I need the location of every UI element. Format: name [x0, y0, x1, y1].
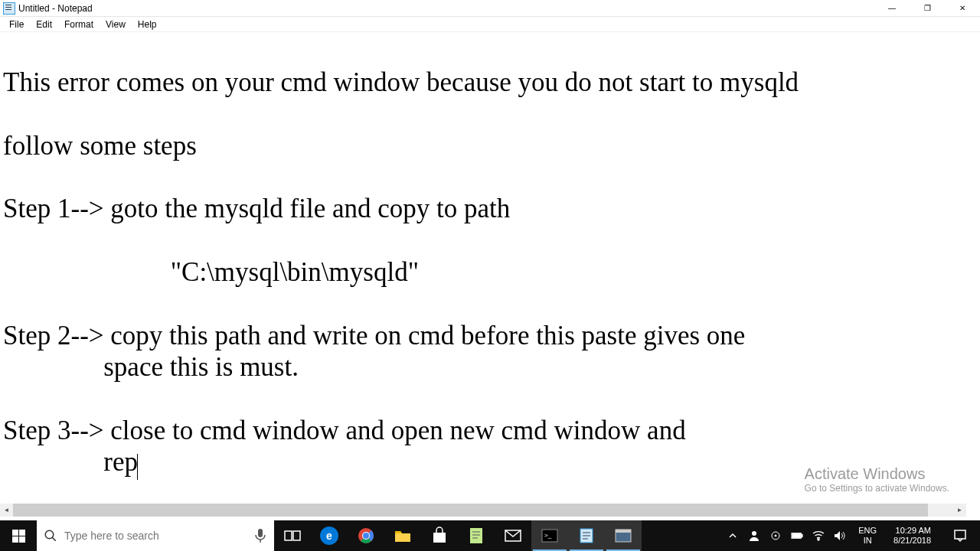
scroll-right-arrow[interactable]: ►: [953, 504, 966, 517]
search-input[interactable]: [64, 530, 247, 542]
window-buttons: — ❐ ✕: [874, 0, 980, 17]
notepad-app-icon: [3, 2, 15, 15]
clock-time: 10:29 AM: [893, 526, 931, 536]
battery-icon[interactable]: [791, 530, 803, 542]
tray-chevron-icon[interactable]: [727, 530, 739, 542]
svg-text:>_: >_: [544, 532, 552, 539]
chrome-icon: [357, 527, 375, 545]
line-4: "C:\mysql\bin\mysqld": [3, 257, 419, 287]
mail-icon[interactable]: [495, 520, 531, 551]
clock-date: 8/21/2018: [893, 536, 931, 546]
system-tray: ENG IN 10:29 AM 8/21/2018: [727, 520, 980, 551]
svg-rect-4: [285, 531, 292, 540]
text-caret: [137, 454, 138, 480]
notifications-icon[interactable]: [945, 529, 975, 543]
wifi-icon[interactable]: [812, 530, 825, 542]
store-icon[interactable]: [421, 520, 458, 551]
svg-rect-23: [616, 530, 631, 533]
taskbar-search[interactable]: [37, 520, 274, 551]
svg-point-10: [363, 533, 369, 539]
menu-bar: File Edit Format View Help: [0, 17, 980, 32]
window-title: Untitled - Notepad: [18, 3, 874, 14]
line-2: follow some steps: [3, 131, 197, 161]
taskbar-spacer: [642, 520, 727, 551]
lang-region: IN: [858, 536, 877, 546]
menu-file[interactable]: File: [3, 18, 30, 31]
clock[interactable]: 10:29 AM 8/21/2018: [889, 526, 936, 546]
cmd-icon[interactable]: >_: [531, 520, 568, 551]
svg-rect-11: [470, 528, 482, 543]
chrome-browser-icon[interactable]: [348, 520, 384, 551]
task-view-icon[interactable]: [274, 520, 311, 551]
edge-browser-icon[interactable]: e: [311, 520, 348, 551]
menu-edit[interactable]: Edit: [30, 18, 58, 31]
svg-point-26: [775, 535, 776, 536]
note-icon: [467, 527, 485, 545]
svg-line-1: [52, 537, 56, 541]
notepad-taskbar-icon[interactable]: [568, 520, 605, 551]
line-1: This error comes on your cmd window beca…: [3, 67, 799, 97]
svg-point-30: [818, 539, 819, 540]
close-button[interactable]: ✕: [945, 0, 980, 17]
windows-logo-icon: [12, 530, 25, 543]
text-content[interactable]: This error comes on your cmd window beca…: [0, 32, 980, 517]
notepad-icon: [577, 527, 596, 545]
line-3: Step 1--> goto the mysqld file and copy …: [3, 194, 510, 223]
shopping-bag-icon: [430, 527, 449, 545]
maximize-button[interactable]: ❐: [910, 0, 945, 17]
start-button[interactable]: [0, 520, 37, 551]
file-explorer-icon[interactable]: [384, 520, 421, 551]
svg-rect-5: [293, 531, 300, 540]
scroll-left-arrow[interactable]: ◄: [0, 504, 13, 517]
line-5: Step 2--> copy this path and write on cm…: [3, 321, 752, 350]
svg-point-0: [45, 530, 54, 539]
taskbar: e >_: [0, 520, 980, 551]
menu-help[interactable]: Help: [132, 18, 163, 31]
editor-area[interactable]: This error comes on your cmd window beca…: [0, 32, 980, 517]
horizontal-scrollbar[interactable]: ◄ ►: [0, 504, 966, 517]
explorer-window-icon[interactable]: [605, 520, 642, 551]
svg-rect-28: [802, 534, 803, 537]
svg-rect-29: [792, 533, 801, 537]
minimize-button[interactable]: —: [874, 0, 910, 17]
microphone-icon[interactable]: [247, 529, 274, 543]
folder-icon: [394, 527, 412, 545]
language-indicator[interactable]: ENG IN: [855, 526, 880, 546]
edge-icon: e: [320, 527, 338, 545]
notepad-plus-icon[interactable]: [458, 520, 495, 551]
people-icon[interactable]: [748, 530, 760, 542]
title-bar: Untitled - Notepad — ❐ ✕: [0, 0, 980, 17]
window-icon: [614, 527, 632, 545]
search-icon: [37, 529, 64, 543]
location-icon[interactable]: [769, 530, 782, 542]
svg-rect-2: [258, 529, 263, 537]
menu-format[interactable]: Format: [58, 18, 100, 31]
scroll-thumb[interactable]: [13, 504, 928, 517]
taskbar-apps: e >_: [274, 520, 642, 551]
line-6b: rep: [3, 447, 138, 477]
terminal-icon: >_: [541, 527, 559, 545]
line-5b: space this is must.: [3, 352, 299, 382]
lang-code: ENG: [858, 526, 877, 536]
volume-icon[interactable]: [834, 530, 846, 542]
svg-point-24: [752, 531, 756, 536]
envelope-icon: [504, 527, 522, 545]
line-6: Step 3--> close to cmd window and open n…: [3, 416, 692, 445]
menu-view[interactable]: View: [100, 18, 132, 31]
svg-rect-31: [955, 530, 965, 539]
